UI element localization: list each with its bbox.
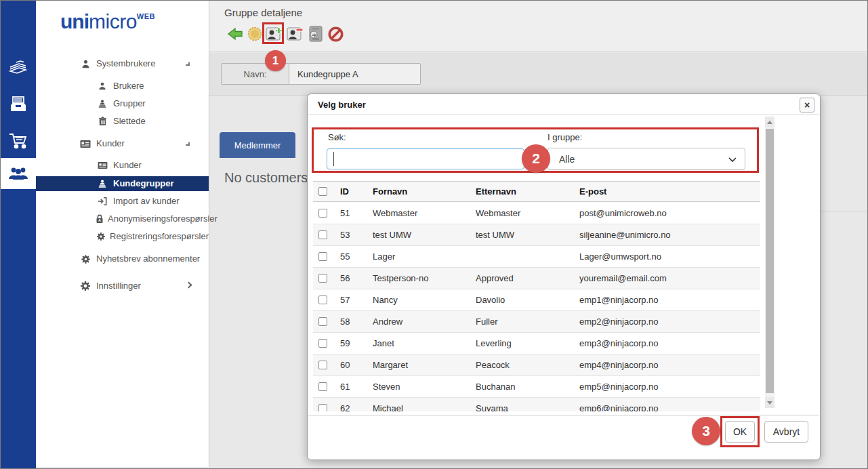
scroll-up-icon[interactable]: [765, 117, 774, 127]
cell-email: siljeanine@unimicro.no: [579, 230, 760, 240]
archive-icon[interactable]: [1, 89, 36, 120]
table-row[interactable]: 60MargaretPeacockemp4@ninjacorp.no: [313, 354, 760, 376]
header-checkbox-cell: [313, 187, 340, 196]
cell-last: Leverling: [476, 338, 579, 348]
scrollbar[interactable]: [765, 117, 774, 408]
row-checkbox[interactable]: [318, 382, 327, 391]
idcard-icon: [96, 161, 109, 169]
sidebar-item-systembrukere[interactable]: Systembrukere: [36, 57, 209, 70]
sidebar-item-label: Slettede: [113, 115, 146, 128]
table-body: 51WebmasterWebmasterpost@unimicroweb.no …: [313, 203, 760, 411]
tab-medlemmer[interactable]: Medlemmer: [220, 132, 295, 158]
gear-icon: [96, 232, 106, 241]
sidebar-item-kunder-sub[interactable]: Kunder: [36, 159, 209, 172]
sidebar-item-nyhetsbrev[interactable]: Nyhetsbrev abonnementer: [36, 252, 209, 266]
cell-first: Testperson-no: [373, 273, 476, 283]
sidebar-item-anonymisering[interactable]: A Anonymiseringsforespørsler: [36, 212, 209, 226]
row-checkbox[interactable]: [318, 404, 327, 411]
table-row[interactable]: 51WebmasterWebmasterpost@unimicroweb.no: [313, 203, 760, 224]
row-checkbox[interactable]: [318, 339, 327, 348]
cell-last: Approved: [476, 273, 579, 283]
sidebar-item-label: Anonymiseringsforespørsler: [108, 212, 218, 226]
cell-first: Andrew: [373, 317, 476, 327]
close-icon[interactable]: ×: [800, 98, 814, 113]
cell-first: test UMW: [373, 230, 476, 240]
row-checkbox[interactable]: [318, 209, 327, 218]
users-icon[interactable]: [1, 158, 36, 189]
cell-last: Davolio: [476, 295, 579, 305]
sidebar-item-brukere[interactable]: Brukere: [36, 79, 209, 93]
chevron-right-icon: [186, 282, 192, 289]
user-icon: [96, 81, 109, 91]
cell-first: Nancy: [373, 295, 476, 305]
scroll-down-icon[interactable]: [765, 397, 774, 408]
velg-bruker-dialog: Velg bruker × Søk: 2 I gruppe: Alle ID F…: [307, 94, 821, 460]
invoices-icon[interactable]: [1, 52, 36, 83]
sidebar-item-label: Registreringsforespørsler: [110, 230, 209, 243]
cell-first: Steven: [373, 382, 476, 392]
sidebar-item-kunder[interactable]: Kunder: [36, 137, 209, 150]
cell-email: Lager@umwsport.no: [579, 251, 760, 262]
cell-first: Lager: [373, 251, 476, 262]
sidebar-item-label: Nyhetsbrev abonnementer: [96, 252, 200, 266]
table-row[interactable]: 59JanetLeverlingemp3@ninjacorp.no: [313, 333, 760, 354]
row-checkbox[interactable]: [318, 252, 327, 261]
collapse-icon: [186, 142, 190, 146]
sidebar-item-import-av-kunder[interactable]: Import av kunder: [36, 195, 209, 208]
col-id: ID: [340, 186, 373, 197]
row-checkbox[interactable]: [318, 230, 327, 239]
sidebar-item-registrering[interactable]: Registreringsforespørsler: [36, 230, 209, 243]
table-row[interactable]: 56Testperson-noApprovedyouremail@email.c…: [313, 268, 760, 289]
table-row[interactable]: 61StevenBuchananemp5@ninjacorp.no: [313, 376, 760, 398]
col-etternavn: Etternavn: [476, 186, 579, 197]
cell-checkbox: [313, 339, 340, 348]
row-checkbox[interactable]: [318, 274, 327, 283]
row-checkbox[interactable]: [318, 295, 327, 304]
cell-checkbox: [313, 274, 340, 283]
sidebar-item-innstillinger[interactable]: Innstillinger: [36, 279, 209, 293]
cell-id: 56: [340, 273, 373, 283]
cell-last: Webmaster: [476, 208, 579, 218]
cell-email: youremail@email.com: [579, 273, 760, 283]
app-logo: unimicroWEB: [60, 10, 155, 33]
scrollbar-thumb[interactable]: [766, 129, 774, 393]
export-button[interactable]: [307, 25, 325, 43]
sidebar-item-label: Kunder: [96, 137, 125, 150]
sidebar-item-kundegrupper[interactable]: Kundegrupper: [36, 176, 209, 191]
row-checkbox[interactable]: [318, 361, 327, 369]
empty-state-text: No customers: [224, 170, 308, 186]
cancel-button[interactable]: Avbryt: [764, 421, 808, 443]
import-icon: [96, 197, 109, 206]
row-checkbox[interactable]: [318, 317, 327, 326]
dialog-title: Velg bruker: [318, 94, 366, 115]
cancel-block-button[interactable]: [327, 25, 344, 43]
cell-email: emp6@ninjacorp.no: [579, 403, 760, 411]
sidebar: unimicroWEB Systembrukere Brukere Gruppe…: [36, 1, 209, 467]
table-row[interactable]: 55LagerLager@umwsport.no: [313, 246, 760, 268]
sidebar-item-label: Innstillinger: [96, 279, 141, 293]
save-button[interactable]: [246, 25, 264, 43]
annotation-circle-2: 2: [522, 144, 550, 173]
cell-last: Suyama: [476, 403, 579, 411]
remove-user-button[interactable]: [286, 25, 304, 43]
cell-id: 61: [340, 382, 373, 392]
select-all-checkbox[interactable]: [318, 187, 327, 196]
annotation-rect-3: [720, 416, 760, 447]
table-header-row: ID Fornavn Etternavn E-post: [313, 181, 760, 202]
sidebar-item-slettede[interactable]: Slettede: [36, 115, 209, 128]
annotation-circle-3: 3: [692, 417, 720, 445]
cell-email: emp5@ninjacorp.no: [579, 382, 760, 392]
cell-last: Fuller: [476, 317, 579, 327]
sidebar-item-label: Kunder: [113, 159, 142, 172]
cart-icon[interactable]: [1, 126, 36, 157]
back-button[interactable]: [226, 25, 244, 43]
sidebar-item-grupper[interactable]: Grupper: [36, 97, 209, 110]
table-row[interactable]: 62MichaelSuyamaemp6@ninjacorp.no: [313, 398, 760, 411]
table-row[interactable]: 58AndrewFulleremp2@ninjacorp.no: [313, 311, 760, 333]
table-row[interactable]: 53test UMWtest UMWsiljeanine@unimicro.no: [313, 224, 760, 246]
cell-id: 57: [340, 295, 373, 305]
name-input[interactable]: [289, 64, 420, 84]
table-row[interactable]: 57NancyDavolioemp1@ninjacorp.no: [313, 289, 760, 311]
cell-id: 55: [340, 251, 373, 262]
cell-checkbox: [313, 361, 340, 369]
